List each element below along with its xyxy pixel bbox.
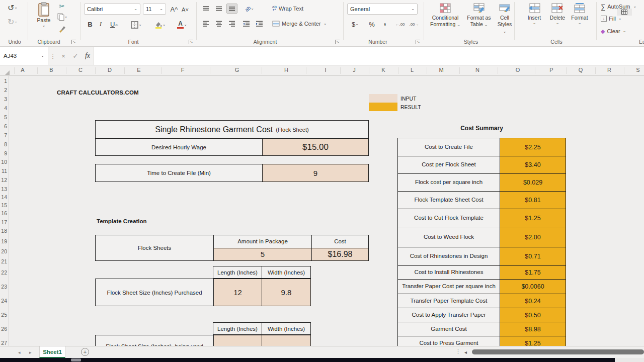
row-header-1[interactable]: 1 <box>0 78 7 84</box>
redo-button[interactable]: ↻ ⌄ <box>4 16 21 27</box>
cost-summary-value[interactable]: $8.98 <box>500 322 566 336</box>
cost-summary-value[interactable]: $2.25 <box>500 138 566 156</box>
purchased-length-value[interactable]: 12 <box>213 279 262 306</box>
shrink-font-button[interactable]: A˅ <box>180 5 190 15</box>
borders-button[interactable]: ⌄ <box>128 20 145 30</box>
time-label-cell[interactable]: Time to Create File (Min) <box>96 164 262 182</box>
delete-cells-button[interactable]: Delete ⌄ <box>546 3 569 25</box>
row-header-24[interactable]: 24 <box>0 298 7 304</box>
row-header-17[interactable]: 17 <box>0 219 7 225</box>
clear-button[interactable]: ◆ Clear ⌄ <box>601 27 636 36</box>
row-header-25[interactable]: 25 <box>0 312 7 318</box>
paste-button[interactable]: Paste ⌄ <box>33 2 54 28</box>
row-header-9[interactable]: 9 <box>0 150 7 156</box>
cost-summary-label[interactable]: Transfer Paper Cost per square inch <box>398 280 500 294</box>
column-header-J[interactable]: J <box>353 67 356 73</box>
copy-button[interactable]: ⌄ <box>54 12 70 21</box>
column-header-P[interactable]: P <box>549 67 553 73</box>
amount-in-package-header[interactable]: Amount in Package <box>213 235 311 248</box>
cost-summary-value[interactable]: $2.00 <box>500 227 566 247</box>
wrap-text-button[interactable]: ab↩ Wrap Text <box>272 4 315 14</box>
decrease-decimal-button[interactable]: .00→ <box>408 20 421 28</box>
decrease-indent-button[interactable] <box>240 19 252 29</box>
row-header-5[interactable]: 5 <box>0 114 7 120</box>
orientation-button[interactable]: ab ⌄ <box>240 4 259 14</box>
legend-result-swatch[interactable] <box>369 103 397 111</box>
format-painter-button[interactable] <box>55 24 68 33</box>
column-header-D[interactable]: D <box>108 67 112 73</box>
format-as-table-button[interactable]: Format as Table ⌄ <box>464 3 494 28</box>
format-cells-button[interactable]: Format ⌄ <box>569 3 591 25</box>
cost-summary-value[interactable]: $0.0060 <box>500 280 566 294</box>
insert-function-button[interactable]: fx <box>82 52 94 60</box>
align-top-button[interactable] <box>200 4 211 14</box>
cost-header[interactable]: Cost <box>311 235 368 248</box>
cost-summary-value[interactable]: $0.50 <box>500 308 566 322</box>
amount-in-package-value[interactable]: 5 <box>213 248 311 261</box>
grow-font-button[interactable]: A^ <box>169 4 179 14</box>
row-header-27[interactable]: 27 <box>0 340 7 346</box>
width-header[interactable]: Width (Inches) <box>262 266 310 278</box>
cost-summary-label[interactable]: Flock cost per square inch <box>398 174 500 191</box>
cost-summary-label[interactable]: Cost to Cut Flock Template <box>398 209 500 227</box>
cost-summary-label[interactable]: Garment Cost <box>398 322 500 336</box>
accounting-format-button[interactable]: $ ⌄ <box>348 19 362 29</box>
column-header-S[interactable]: S <box>636 67 639 73</box>
cost-summary-value[interactable]: $1.25 <box>500 209 566 227</box>
horizontal-scrollbar-thumb[interactable] <box>472 349 644 354</box>
fill-color-button[interactable]: ⌄ <box>151 20 169 30</box>
align-right-button[interactable] <box>226 19 237 29</box>
font-dialog-launcher-icon[interactable]: ↘ <box>189 40 193 44</box>
legend-input-label[interactable]: INPUT <box>400 94 417 103</box>
cost-summary-label[interactable]: Cost to Apply Transfer Paper <box>398 308 500 322</box>
purchased-label-cell[interactable]: Flock Sheet Size (Inches) Purchased <box>96 279 213 306</box>
width-header-2[interactable]: Width (Inches) <box>262 323 310 334</box>
cost-summary-value[interactable]: $0.81 <box>500 192 566 209</box>
column-header-R[interactable]: R <box>607 67 611 73</box>
increase-decimal-button[interactable]: ←.00 <box>393 20 407 28</box>
align-center-button[interactable] <box>213 19 224 29</box>
purchased-width-value[interactable]: 9.8 <box>262 279 310 306</box>
row-header-15[interactable]: 15 <box>0 202 7 208</box>
scrollbar-left-arrow-icon[interactable]: ◂ <box>464 349 467 355</box>
row-header-7[interactable]: 7 <box>0 132 7 138</box>
cost-summary-title[interactable]: Cost Summary <box>397 125 566 132</box>
column-header-M[interactable]: M <box>439 67 443 73</box>
cost-summary-value[interactable]: $0.24 <box>500 294 566 308</box>
column-header-L[interactable]: L <box>411 67 414 73</box>
percent-style-button[interactable]: % <box>366 19 377 29</box>
cancel-button[interactable]: × <box>57 52 69 60</box>
column-header-G[interactable]: G <box>235 67 239 73</box>
row-header-16[interactable]: 16 <box>0 210 7 216</box>
font-color-button[interactable]: A ⌄ <box>173 19 191 30</box>
column-header-K[interactable]: K <box>381 67 385 73</box>
cell-styles-button[interactable]: Cell Styles ⌄ <box>495 3 514 34</box>
undo-button[interactable]: ↺ ⌄ <box>4 2 21 13</box>
sheet-tab-sheet1[interactable]: Sheet1 <box>39 346 65 358</box>
cost-summary-label[interactable]: Cost to Install Rhinestones <box>398 266 500 279</box>
cost-summary-label[interactable]: Cost to Weed Flock <box>398 227 500 247</box>
row-header-10[interactable]: 10 <box>0 159 7 165</box>
row-header-19[interactable]: 19 <box>0 238 7 244</box>
select-all-corner[interactable] <box>5 70 10 75</box>
bold-button[interactable]: B <box>86 19 95 29</box>
insert-cells-button[interactable]: Insert ⌄ <box>523 3 545 25</box>
font-name-select[interactable]: Calibri ⌄ <box>84 4 140 15</box>
enter-button[interactable]: ✓ <box>69 52 82 60</box>
main-table-title-cell[interactable]: Single Rhinestone Garment Cost (Flock Sh… <box>96 121 368 138</box>
length-header-2[interactable]: Length (Inches) <box>213 323 262 334</box>
merge-center-button[interactable]: Merge & Center ⌄ <box>272 19 337 29</box>
column-header-N[interactable]: N <box>475 67 479 73</box>
column-header-Q[interactable]: Q <box>579 67 583 73</box>
underline-button[interactable]: U ⌄ <box>107 19 122 29</box>
row-header-26[interactable]: 26 <box>0 326 7 332</box>
italic-button[interactable]: I <box>97 19 105 29</box>
flock-sheets-label-cell[interactable]: Flock Sheets <box>96 235 213 260</box>
column-header-H[interactable]: H <box>284 67 288 73</box>
formula-input[interactable] <box>94 47 644 65</box>
column-header-O[interactable]: O <box>516 67 520 73</box>
font-size-select[interactable]: 11 ⌄ <box>143 4 166 15</box>
column-header-E[interactable]: E <box>137 67 140 73</box>
row-header-14[interactable]: 14 <box>0 194 7 200</box>
cost-value[interactable]: $16.98 <box>311 248 368 261</box>
